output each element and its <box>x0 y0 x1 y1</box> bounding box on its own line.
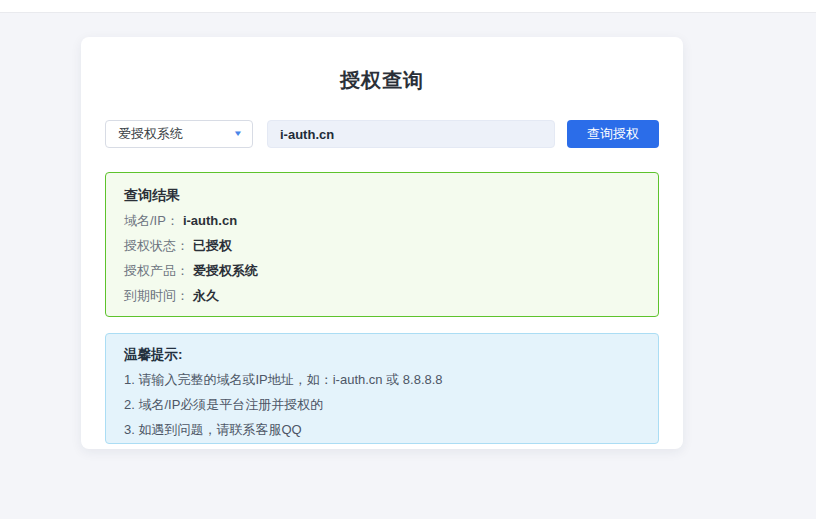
query-result-panel: 查询结果 域名/IP：i-auth.cn 授权状态：已授权 授权产品：爱授权系统… <box>105 172 659 317</box>
result-label: 域名/IP： <box>124 213 179 228</box>
result-heading: 查询结果 <box>124 187 640 203</box>
product-select-value: 爱授权系统 <box>118 125 183 143</box>
domain-input[interactable] <box>267 120 555 148</box>
chevron-down-icon: ▼ <box>233 130 243 138</box>
result-label: 到期时间： <box>124 288 189 303</box>
query-form: 爱授权系统 ▼ 查询授权 <box>105 120 659 148</box>
tip-item: 2. 域名/IP必须是平台注册并授权的 <box>124 397 640 412</box>
auth-query-card: 授权查询 爱授权系统 ▼ 查询授权 查询结果 域名/IP：i-auth.cn 授… <box>81 37 683 449</box>
result-value: 永久 <box>193 288 219 303</box>
result-row-status: 授权状态：已授权 <box>124 238 640 253</box>
page-title: 授权查询 <box>105 67 659 94</box>
tip-item: 3. 如遇到问题，请联系客服QQ <box>124 422 640 437</box>
result-value: 已授权 <box>193 238 232 253</box>
result-row-expiry: 到期时间：永久 <box>124 288 640 303</box>
result-value: 爱授权系统 <box>193 263 258 278</box>
result-value: i-auth.cn <box>183 213 237 228</box>
tips-heading: 温馨提示: <box>124 347 640 362</box>
tip-item: 1. 请输入完整的域名或IP地址，如：i-auth.cn 或 8.8.8.8 <box>124 372 640 387</box>
result-label: 授权产品： <box>124 263 189 278</box>
top-bar <box>0 0 816 13</box>
tips-panel: 温馨提示: 1. 请输入完整的域名或IP地址，如：i-auth.cn 或 8.8… <box>105 333 659 444</box>
result-row-domain: 域名/IP：i-auth.cn <box>124 213 640 228</box>
result-label: 授权状态： <box>124 238 189 253</box>
result-row-product: 授权产品：爱授权系统 <box>124 263 640 278</box>
product-select[interactable]: 爱授权系统 ▼ <box>105 120 253 148</box>
query-submit-button[interactable]: 查询授权 <box>567 120 659 148</box>
